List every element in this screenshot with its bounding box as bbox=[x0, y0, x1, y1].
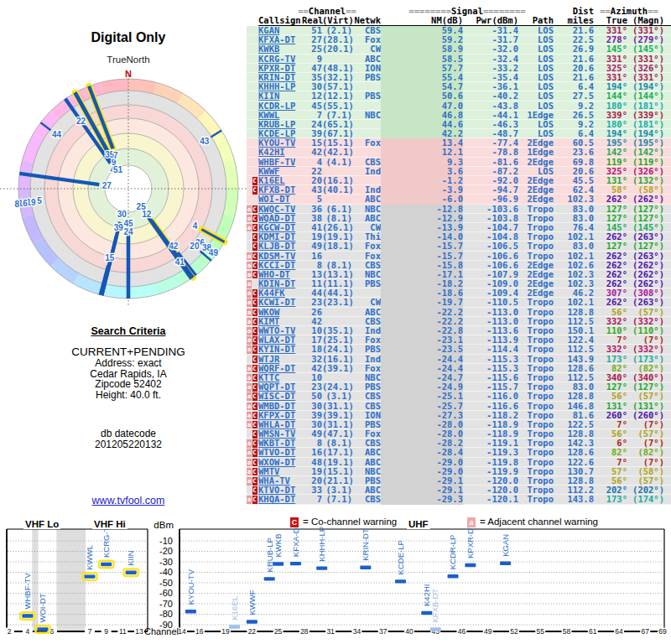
svg-text:-40: -40 bbox=[159, 567, 173, 577]
polar-orientation-label: TrueNorth bbox=[0, 55, 257, 65]
co-channel-badge: C bbox=[252, 262, 257, 270]
noise-margin: 12.1 bbox=[381, 148, 463, 157]
callsign-link[interactable]: WTVO-DT bbox=[258, 448, 302, 457]
co-channel-badge: C bbox=[252, 299, 257, 307]
noise-margin: 58.9 bbox=[381, 44, 463, 54]
table-row: aCWTVO-DT16(17.1)ABC-28.4-119.3Tropo128.… bbox=[247, 448, 671, 457]
co-channel-badge: C bbox=[252, 224, 257, 232]
power-dbm: -40.2 bbox=[463, 91, 518, 101]
station-signal-marker bbox=[500, 562, 511, 565]
true-azimuth: 82° bbox=[594, 448, 627, 457]
virtual-channel: (12.1) bbox=[322, 91, 352, 101]
callsign-link[interactable]: KDSM-TV bbox=[258, 252, 302, 261]
channel-spoke-label: 22 bbox=[76, 117, 86, 126]
search-zipcode: Zipcode 52402 bbox=[0, 379, 257, 390]
power-dbm: -110.5 bbox=[463, 298, 518, 307]
channel-axis-tick: 9 bbox=[104, 627, 108, 636]
channel-axis-tick: 13 bbox=[135, 627, 143, 636]
virtual-channel: (23.1) bbox=[322, 298, 352, 307]
station-signal-marker bbox=[360, 566, 371, 569]
channel-axis-tick: 7 bbox=[88, 627, 92, 636]
power-dbm: -120.1 bbox=[463, 495, 518, 504]
callsign-link[interactable]: WOI-DT bbox=[258, 195, 302, 204]
callsign-link[interactable]: KIIN bbox=[258, 91, 302, 101]
channel-spoke-label: 16 bbox=[18, 199, 29, 208]
co-channel-badge: C bbox=[252, 327, 257, 335]
adjacent-channel-badge: a bbox=[247, 477, 252, 486]
station-signal-marker bbox=[38, 627, 49, 631]
power-dbm: -116.0 bbox=[463, 392, 518, 401]
channel-axis-tick: 14 bbox=[178, 627, 186, 636]
adjacent-channel-badge: a bbox=[247, 383, 252, 392]
station-callsign-label: KIIN bbox=[126, 550, 135, 566]
virtual-channel: (40.1) bbox=[322, 185, 352, 195]
callsign-link[interactable]: KYIN-DT bbox=[258, 345, 302, 354]
station-callsign-label: KWWL bbox=[85, 545, 94, 570]
co-channel-badge: C bbox=[252, 383, 257, 392]
co-channel-badge: C bbox=[252, 430, 257, 439]
distance-miles: 83.0 bbox=[554, 242, 594, 251]
channel-spoke-label: 41 bbox=[175, 257, 185, 267]
station-callsign-label: K16EL bbox=[230, 596, 239, 621]
station-signal-marker bbox=[448, 574, 459, 578]
adjacent-channel-badge: a bbox=[247, 392, 252, 401]
svg-text:-30: -30 bbox=[159, 557, 173, 567]
noise-margin: -25.1 bbox=[381, 392, 463, 401]
tvfool-link[interactable]: www.tvfool.com bbox=[92, 495, 165, 506]
adjacent-channel-warning-icon: a bbox=[467, 517, 476, 527]
channel-axis-tick: 69 bbox=[658, 627, 667, 636]
distance-miles: 128.6 bbox=[554, 448, 594, 457]
callsign-link[interactable]: K42HI bbox=[258, 148, 302, 157]
callsign-link[interactable]: KLJB-DT bbox=[258, 242, 302, 251]
callsign-link[interactable]: KWKB bbox=[258, 44, 302, 54]
azimuth-radar-plot: 4343638492042122541452430391551916827444… bbox=[0, 67, 257, 312]
true-azimuth: 131° bbox=[594, 402, 627, 411]
true-azimuth: 144° bbox=[594, 91, 627, 101]
co-channel-badge: C bbox=[252, 449, 257, 457]
adjacent-channel-warning-label: = Adjacent channel warning bbox=[480, 517, 598, 527]
distance-miles: 112.5 bbox=[554, 345, 594, 354]
channel-axis-tick: 58 bbox=[563, 627, 571, 636]
channel-axis-tick: 37 bbox=[379, 627, 388, 636]
true-azimuth: 145° bbox=[594, 44, 627, 54]
distance-miles: 143.8 bbox=[554, 495, 594, 504]
adjacent-channel-badge: a bbox=[247, 336, 252, 345]
channel-axis-tick: 55 bbox=[536, 627, 544, 636]
path: LOS bbox=[518, 91, 554, 101]
noise-margin: -6.0 bbox=[381, 195, 463, 204]
virtual-channel: (24.1) bbox=[322, 345, 352, 354]
real-channel: 45 bbox=[302, 101, 322, 111]
co-channel-badge: C bbox=[252, 177, 257, 185]
station-signal-marker bbox=[101, 563, 112, 566]
co-channel-warning-icon: C bbox=[290, 517, 299, 527]
table-row: aCWMBD-DT30(31.1)CBS-25.7-116.6Tropo146.… bbox=[247, 402, 671, 411]
channel-axis-tick: 16 bbox=[195, 627, 204, 636]
magnetic-azimuth: (145°) bbox=[627, 44, 664, 54]
distance-miles: 27.5 bbox=[554, 91, 594, 101]
callsign-link[interactable]: KCDR-LP bbox=[258, 101, 302, 111]
channel-axis-tick: 64 bbox=[615, 627, 623, 636]
power-dbm: -43.8 bbox=[463, 101, 518, 111]
callsign-link[interactable]: WMBD-DT bbox=[258, 402, 302, 411]
station-callsign-label: KPXR-DT bbox=[466, 523, 475, 558]
svg-text:-60: -60 bbox=[159, 588, 173, 598]
virtual-channel: (42.1) bbox=[322, 148, 352, 157]
callsign-link[interactable]: KHQA-DT bbox=[258, 495, 302, 504]
callsign-link[interactable]: KCWI-DT bbox=[258, 298, 302, 307]
magnetic-azimuth: (127°) bbox=[627, 242, 664, 251]
channel-spoke-label: 39 bbox=[114, 223, 124, 232]
virtual-channel bbox=[322, 308, 352, 317]
channel-spoke-label: 5 bbox=[37, 196, 42, 205]
co-channel-badge: C bbox=[252, 215, 257, 223]
network: PBS bbox=[352, 91, 381, 101]
callsign-link[interactable]: WISC-DT bbox=[258, 392, 302, 401]
station-callsign-label: KRIN-DT bbox=[361, 528, 370, 561]
network: CBS bbox=[352, 495, 381, 504]
magnetic-azimuth: (262°) bbox=[627, 195, 664, 204]
search-mode: CURRENT+PENDING bbox=[0, 345, 257, 358]
co-channel-badge: C bbox=[252, 365, 257, 373]
station-signal-marker bbox=[185, 610, 196, 613]
network: PBS bbox=[352, 279, 381, 288]
path: Tropo bbox=[518, 448, 554, 457]
virtual-channel: (20.1) bbox=[322, 44, 352, 54]
